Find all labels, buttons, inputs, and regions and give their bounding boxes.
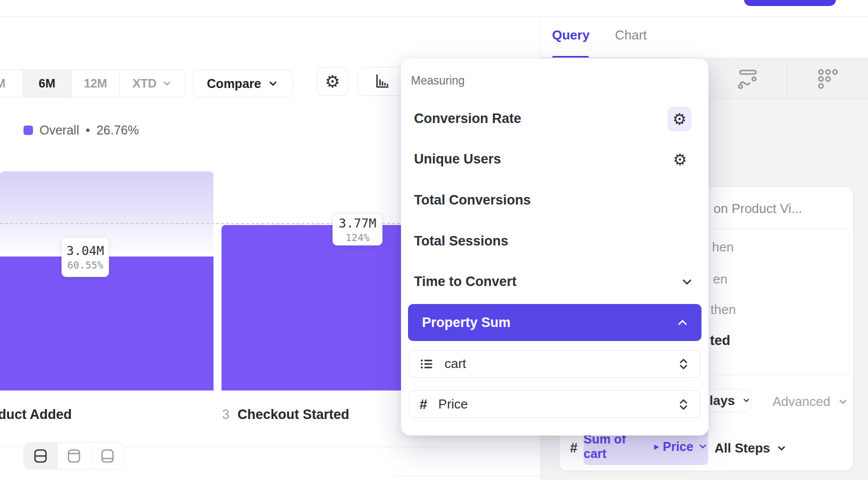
legend-series: Overall [40, 123, 79, 138]
time-range-xtd[interactable]: XTD [120, 70, 185, 97]
time-range-12m-label: 12M [84, 76, 108, 90]
advanced-dropdown[interactable]: Advanced [772, 394, 848, 410]
menu-item-conversion-rate[interactable]: Conversion Rate [414, 111, 522, 126]
gear-icon: ⚙ [325, 73, 340, 90]
up-down-selector-icon [677, 358, 690, 370]
compare-label: Compare [207, 76, 261, 91]
bar-chart-icon [373, 73, 391, 90]
chevron-down-icon [776, 443, 787, 454]
menu-item-unique-users[interactable]: Unique Users [414, 152, 501, 167]
legend-value: 26.76% [96, 123, 139, 138]
step-row-partial-3: then [710, 302, 736, 318]
step-2-label: Checkout Started [238, 407, 350, 422]
layout-split-horizontal-button[interactable] [24, 442, 58, 469]
time-range-12m[interactable]: 12M [72, 70, 120, 97]
property-selector-cart[interactable]: cart [409, 350, 700, 378]
number-type-icon: # [420, 396, 428, 412]
menu-item-time-to-convert[interactable]: Time to Convert [414, 274, 516, 290]
primary-action-button[interactable] [744, 0, 836, 6]
step-2-number: 3 [222, 407, 230, 422]
step-1-label: duct Added [0, 407, 72, 422]
bottom-hairline [394, 476, 540, 476]
unique-users-settings-button[interactable]: ⚙ [668, 147, 692, 172]
chevron-up-icon [676, 316, 690, 330]
step-2-value: 3.77M [338, 216, 376, 230]
legend: Overall • 26.76% [24, 123, 139, 138]
chart-settings-button[interactable]: ⚙ [316, 67, 348, 96]
menu-item-property-sum[interactable]: Property Sum [408, 304, 702, 341]
step-row-partial-4: ted [710, 333, 730, 348]
chevron-down-icon [838, 396, 848, 408]
layout-bottom-band-button[interactable] [91, 442, 124, 469]
up-down-selector-icon [677, 398, 690, 411]
property-price-label: Price [438, 396, 468, 412]
funnel-value-chip-1[interactable]: 3.04M 60.55% [62, 238, 109, 277]
measuring-title: Measuring [411, 74, 464, 88]
funnel-bar-2[interactable] [222, 225, 405, 390]
chevron-down-icon [742, 395, 750, 406]
menu-item-total-conversions[interactable]: Total Conversions [414, 192, 531, 208]
metric-hash-symbol: # [570, 440, 578, 456]
split-middle-icon [32, 448, 48, 464]
chevron-down-icon[interactable] [680, 275, 694, 289]
tab-chart[interactable]: Chart [615, 28, 647, 43]
step-2-conversion: 124% [346, 232, 370, 244]
legend-swatch [24, 126, 33, 135]
sum-chip-right: Price [662, 440, 693, 454]
time-range-6m[interactable]: 6M [23, 70, 72, 97]
time-range-m[interactable]: M [0, 70, 23, 97]
time-range-control: M 6M 12M XTD [0, 70, 186, 98]
tab-query[interactable]: Query [552, 28, 590, 43]
layout-top-band-button[interactable] [58, 442, 91, 469]
time-range-6m-label: 6M [38, 76, 55, 90]
chevron-down-icon [162, 78, 172, 89]
top-divider [0, 16, 868, 16]
chart-type-button[interactable] [358, 67, 406, 96]
layout-toggle-group [24, 442, 124, 470]
app-window: M 6M 12M XTD Compare ⚙ Overall • 2 [0, 0, 868, 480]
caret-right-icon: ▸ [654, 441, 658, 452]
funnel-trends-button[interactable] [736, 67, 759, 90]
step-row-partial-1: hen [712, 240, 734, 255]
property-sum-label: Property Sum [416, 315, 510, 330]
funnel-trends-icon [736, 67, 759, 90]
step-row-partial-2: en [713, 272, 728, 287]
gear-icon: ⚙ [673, 152, 687, 168]
panel-toolbar-divider [786, 58, 787, 99]
dots-pyramid-icon [814, 66, 840, 92]
all-steps-label: All Steps [714, 440, 770, 456]
funnel-value-chip-2[interactable]: 3.77M 124% [332, 214, 382, 246]
funnel-bar-1[interactable] [0, 256, 214, 390]
chevron-down-icon [267, 78, 279, 90]
sum-chip-left: Sum of cart [584, 432, 650, 461]
chevron-down-icon [698, 441, 708, 452]
compare-button[interactable]: Compare [193, 70, 293, 98]
step-2-label-row: 3Checkout Started [222, 407, 350, 422]
property-cart-label: cart [444, 356, 466, 372]
time-range-m-label: M [0, 76, 6, 90]
conversion-rate-settings-button[interactable]: ⚙ [668, 106, 692, 132]
step-1-value: 3.04M [66, 244, 104, 258]
step-1-conversion: 60.55% [67, 259, 103, 271]
all-steps-dropdown[interactable]: All Steps [714, 440, 787, 456]
legend-separator: • [86, 123, 90, 138]
property-selector-price[interactable]: # Price [409, 390, 700, 418]
time-range-xtd-label: XTD [132, 76, 156, 90]
split-bottom-icon [100, 448, 116, 464]
card-title-partial: on Product Vi... [714, 201, 802, 216]
steps-grid-button[interactable] [814, 66, 840, 92]
split-top-icon [66, 448, 82, 464]
days-label-partial: lays [710, 393, 735, 408]
advanced-label: Advanced [772, 394, 830, 410]
menu-item-total-sessions[interactable]: Total Sessions [414, 234, 508, 249]
gear-icon: ⚙ [672, 112, 686, 127]
list-icon [420, 357, 434, 371]
